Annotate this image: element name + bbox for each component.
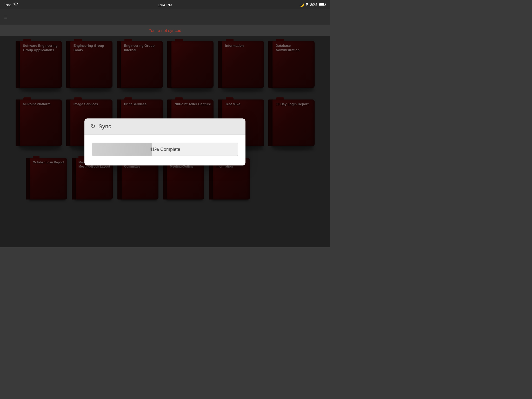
status-left: iPad — [4, 3, 18, 7]
time-display: 1:04 PM — [158, 3, 172, 7]
wifi-icon — [14, 3, 18, 7]
status-right: 🌙 80% — [300, 2, 326, 7]
sync-refresh-icon: ↻ — [91, 123, 95, 130]
app-header: ≡ — [0, 9, 330, 25]
page-wrapper: iPad 1:04 PM 🌙 80% — [0, 0, 330, 247]
not-synced-banner: You're not synced — [0, 25, 330, 36]
status-center: 1:04 PM — [158, 3, 172, 7]
moon-icon: 🌙 — [300, 3, 304, 7]
svg-rect-2 — [325, 4, 326, 5]
ipad-label: iPad — [4, 3, 11, 7]
bluetooth-icon — [305, 2, 309, 7]
status-bar: iPad 1:04 PM 🌙 80% — [0, 0, 330, 9]
sync-overlay: ↻ Sync 41% Complete — [0, 36, 330, 247]
progress-label: 41% Complete — [150, 147, 180, 152]
svg-rect-1 — [319, 3, 324, 5]
progress-bar-container: 41% Complete — [92, 143, 238, 156]
sync-dialog-header: ↻ Sync — [84, 118, 245, 135]
sync-dialog-title: Sync — [98, 123, 111, 130]
progress-bar-fill — [92, 143, 152, 156]
sync-dialog: ↻ Sync 41% Complete — [84, 118, 245, 165]
content-area: Software Engineering Group Applications … — [0, 36, 330, 247]
sync-dialog-body: 41% Complete — [84, 135, 245, 165]
hamburger-menu-icon[interactable]: ≡ — [4, 14, 8, 21]
battery-percent: 80% — [310, 3, 317, 7]
battery-icon — [319, 3, 326, 7]
not-synced-text: You're not synced — [149, 28, 181, 33]
